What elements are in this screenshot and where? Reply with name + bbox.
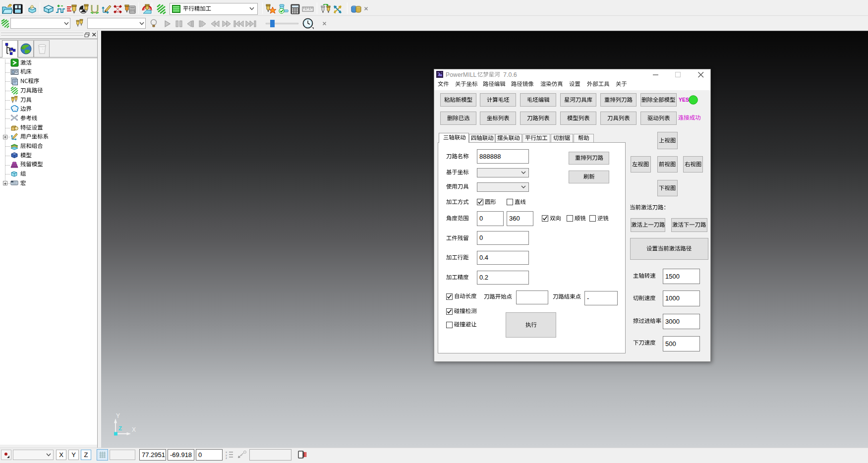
svg-text:X: X <box>132 426 136 433</box>
svg-text:z: z <box>226 457 227 459</box>
svg-text:Y: Y <box>116 412 120 419</box>
svg-text:Z: Z <box>118 425 122 431</box>
